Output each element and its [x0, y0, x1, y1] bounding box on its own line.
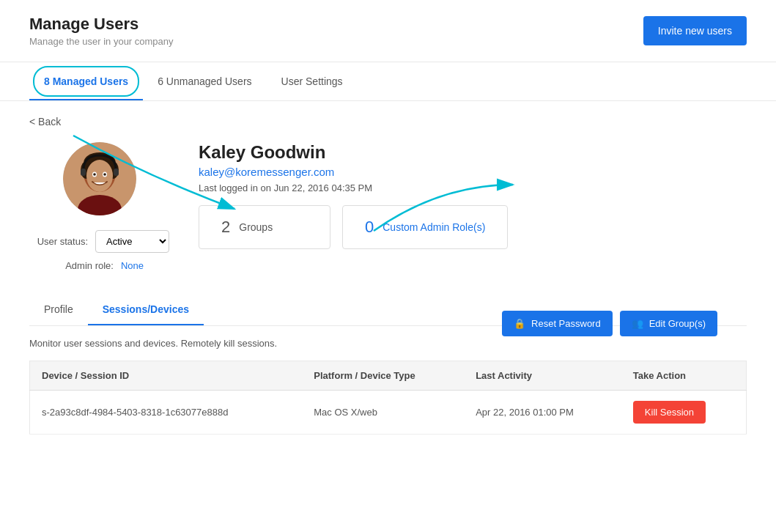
user-section: User status: Active Inactive Admin role:…	[29, 142, 747, 271]
page-title: Manage Users	[29, 15, 174, 34]
user-status-select[interactable]: Active Inactive	[95, 230, 169, 253]
content-area: < Back 🔒 Reset Password 👥 Edit Group(s)	[0, 101, 776, 449]
edit-groups-button[interactable]: 👥 Edit Group(s)	[620, 311, 717, 336]
reset-password-button[interactable]: 🔒 Reset Password	[502, 311, 613, 336]
admin-role-row: Admin role: None	[55, 260, 144, 271]
sessions-table: Device / Session ID Platform / Device Ty…	[29, 361, 747, 435]
cell-action: Kill Session	[621, 391, 747, 435]
avatar-image	[63, 142, 136, 215]
edit-groups-label: Edit Group(s)	[649, 318, 706, 329]
user-stats: 2 Groups 0 Custom Admin Role(s)	[199, 205, 747, 249]
nav-tabs: 8 Managed Users 6 Unmanaged Users User S…	[0, 62, 776, 101]
kill-session-button[interactable]: Kill Session	[633, 401, 706, 424]
avatar	[63, 142, 136, 215]
user-detail-container: 🔒 Reset Password 👥 Edit Group(s)	[29, 142, 747, 435]
group-icon: 👥	[632, 318, 643, 329]
header: Manage Users Manage the user in your com…	[0, 0, 776, 62]
user-info-column: Kaley Goodwin kaley@koremessenger.com La…	[199, 142, 747, 271]
reset-password-label: Reset Password	[531, 318, 601, 329]
user-avatar-column: User status: Active Inactive Admin role:…	[29, 142, 169, 271]
cell-last-activity: Apr 22, 2016 01:00 PM	[464, 391, 621, 435]
custom-roles-count: 0	[365, 218, 374, 237]
user-email: kaley@koremessenger.com	[199, 166, 747, 178]
back-link[interactable]: < Back	[29, 116, 61, 128]
custom-roles-stat-box[interactable]: 0 Custom Admin Role(s)	[342, 205, 508, 249]
tab-profile[interactable]: Profile	[29, 293, 88, 325]
user-name: Kaley Goodwin	[199, 142, 747, 163]
col-session-id: Device / Session ID	[30, 361, 303, 391]
user-status-label: User status:	[29, 236, 88, 247]
groups-label: Groups	[239, 221, 273, 233]
user-status-row: User status: Active Inactive	[29, 230, 169, 253]
managed-users-tab-wrapper: 8 Managed Users	[29, 62, 143, 100]
svg-rect-11	[81, 169, 86, 176]
svg-point-5	[86, 160, 113, 192]
col-platform: Platform / Device Type	[302, 361, 464, 391]
admin-role-label: Admin role:	[55, 260, 114, 271]
svg-point-9	[103, 173, 106, 176]
header-title-block: Manage Users Manage the user in your com…	[29, 15, 174, 47]
svg-point-8	[93, 173, 96, 176]
cell-platform: Mac OS X/web	[302, 391, 464, 435]
groups-stat-box[interactable]: 2 Groups	[199, 205, 330, 249]
custom-roles-label: Custom Admin Role(s)	[383, 221, 485, 233]
page-subtitle: Manage the user in your company	[29, 36, 174, 47]
table-row: s-2a93c8df-4984-5403-8318-1c63077e888d M…	[30, 391, 747, 435]
groups-count: 2	[221, 218, 230, 237]
invite-new-users-button[interactable]: Invite new users	[643, 16, 747, 45]
user-settings-tab[interactable]: User Settings	[267, 62, 358, 100]
action-buttons: 🔒 Reset Password 👥 Edit Group(s)	[502, 311, 717, 336]
col-take-action: Take Action	[621, 361, 747, 391]
col-last-activity: Last Activity	[464, 361, 621, 391]
managed-users-tab[interactable]: 8 Managed Users	[29, 62, 143, 100]
table-header-row: Device / Session ID Platform / Device Ty…	[30, 361, 747, 391]
unmanaged-users-tab[interactable]: 6 Unmanaged Users	[143, 62, 266, 100]
user-last-login: Last logged in on Jun 22, 2016 04:35 PM	[199, 182, 747, 193]
svg-rect-12	[114, 169, 119, 176]
lock-icon: 🔒	[514, 318, 525, 329]
admin-role-value[interactable]: None	[121, 260, 144, 271]
tab-sessions-devices[interactable]: Sessions/Devices	[88, 293, 204, 325]
cell-session-id: s-2a93c8df-4984-5403-8318-1c63077e888d	[30, 391, 303, 435]
